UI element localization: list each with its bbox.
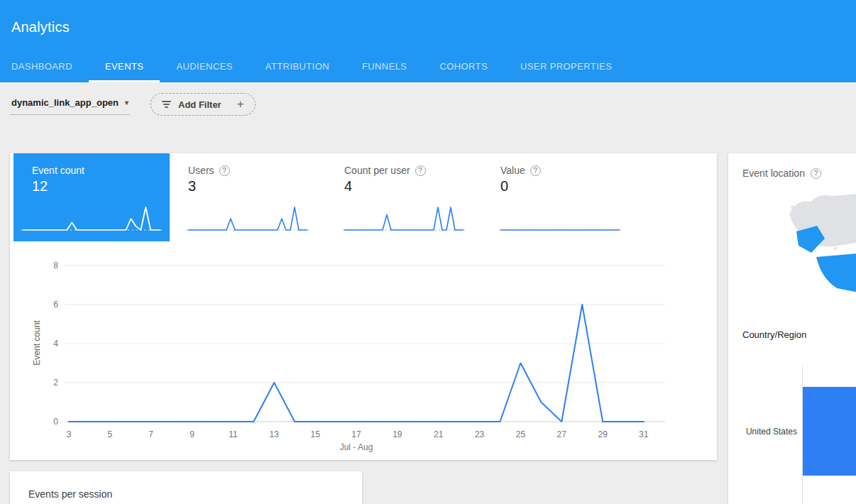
plus-icon: +: [237, 97, 244, 111]
filter-icon: [162, 101, 171, 108]
svg-text:5: 5: [108, 429, 113, 439]
card-title: Events per session: [10, 471, 362, 500]
svg-text:31: 31: [639, 429, 649, 439]
add-filter-label: Add Filter: [178, 99, 221, 110]
metric-value: 12: [32, 178, 170, 195]
help-icon[interactable]: ?: [415, 165, 426, 176]
country-row-label: United States: [728, 427, 797, 437]
line-chart-svg: 0246835791113151719212325272931Jul - Aug: [23, 251, 708, 459]
help-icon[interactable]: ?: [219, 165, 230, 176]
metric-tab-count-per-user[interactable]: Count per user ? 4: [326, 153, 482, 241]
metric-label: Event count: [32, 165, 170, 176]
tab-cohorts[interactable]: COHORTS: [423, 50, 504, 82]
world-map: [767, 186, 856, 321]
svg-text:11: 11: [229, 429, 238, 439]
svg-text:29: 29: [598, 429, 608, 439]
svg-text:6: 6: [53, 300, 58, 309]
svg-text:0: 0: [53, 417, 58, 427]
tab-bar: DASHBOARD EVENTS AUDIENCES ATTRIBUTION F…: [0, 50, 628, 82]
metric-value: 4: [344, 178, 482, 195]
svg-text:3: 3: [67, 429, 72, 439]
svg-text:15: 15: [310, 429, 320, 439]
svg-text:Jul - Aug: Jul - Aug: [340, 442, 373, 452]
page-title: Analytics: [11, 19, 70, 35]
svg-text:4: 4: [53, 339, 58, 349]
help-icon[interactable]: ?: [530, 165, 541, 176]
svg-text:8: 8: [53, 261, 58, 270]
tab-funnels[interactable]: FUNNELS: [346, 50, 423, 82]
metric-tabs: Event count 12 Users ? 3 Count per user …: [13, 153, 638, 241]
metric-value: 3: [188, 178, 326, 195]
metric-tab-value[interactable]: Value ? 0: [482, 153, 638, 241]
svg-text:21: 21: [434, 429, 444, 439]
tab-dashboard[interactable]: DASHBOARD: [11, 50, 89, 82]
svg-text:19: 19: [393, 429, 402, 439]
metric-label: Count per user: [344, 165, 410, 176]
svg-text:9: 9: [190, 429, 194, 439]
metric-value: 0: [500, 178, 638, 195]
value-sparkline: [496, 202, 624, 236]
svg-text:23: 23: [475, 429, 485, 439]
users-sparkline: [184, 202, 312, 236]
count-per-user-sparkline: [340, 202, 468, 236]
tab-user-properties[interactable]: USER PROPERTIES: [504, 50, 628, 82]
metric-tab-users[interactable]: Users ? 3: [170, 153, 326, 241]
analytics-page: Analytics DASHBOARD EVENTS AUDIENCES ATT…: [0, 0, 856, 504]
svg-text:25: 25: [516, 429, 526, 439]
country-region-header: Country/Region: [742, 329, 806, 340]
metric-label: Users: [188, 165, 214, 176]
event-count-line-chart: Event count 0246835791113151719212325272…: [23, 251, 708, 459]
event-count-sparkline: [18, 202, 165, 236]
svg-text:2: 2: [53, 378, 58, 388]
event-selector-value: dynamic_link_app_open: [11, 97, 119, 108]
metric-tab-event-count[interactable]: Event count 12: [13, 153, 170, 241]
united-states-bar[interactable]: [803, 387, 856, 476]
help-icon[interactable]: ?: [811, 168, 821, 179]
event-location-card: Event location ? Country/Region United S…: [728, 153, 856, 504]
events-chart-card: Event count 12 Users ? 3 Count per user …: [10, 153, 717, 460]
chevron-down-icon: ▾: [125, 99, 128, 106]
event-selector-dropdown[interactable]: dynamic_link_app_open ▾: [10, 94, 130, 115]
card-title: Event location: [742, 168, 805, 179]
tab-audiences[interactable]: AUDIENCES: [160, 50, 248, 82]
tab-attribution[interactable]: ATTRIBUTION: [249, 50, 346, 82]
svg-text:7: 7: [148, 429, 153, 439]
svg-text:13: 13: [270, 429, 280, 439]
add-filter-button[interactable]: Add Filter +: [150, 93, 256, 116]
app-header: Analytics DASHBOARD EVENTS AUDIENCES ATT…: [0, 0, 856, 82]
tab-events[interactable]: EVENTS: [89, 50, 160, 82]
svg-text:27: 27: [557, 429, 567, 439]
events-per-session-card: Events per session: [10, 471, 362, 504]
metric-label: Value: [500, 165, 525, 176]
svg-text:17: 17: [351, 429, 361, 439]
